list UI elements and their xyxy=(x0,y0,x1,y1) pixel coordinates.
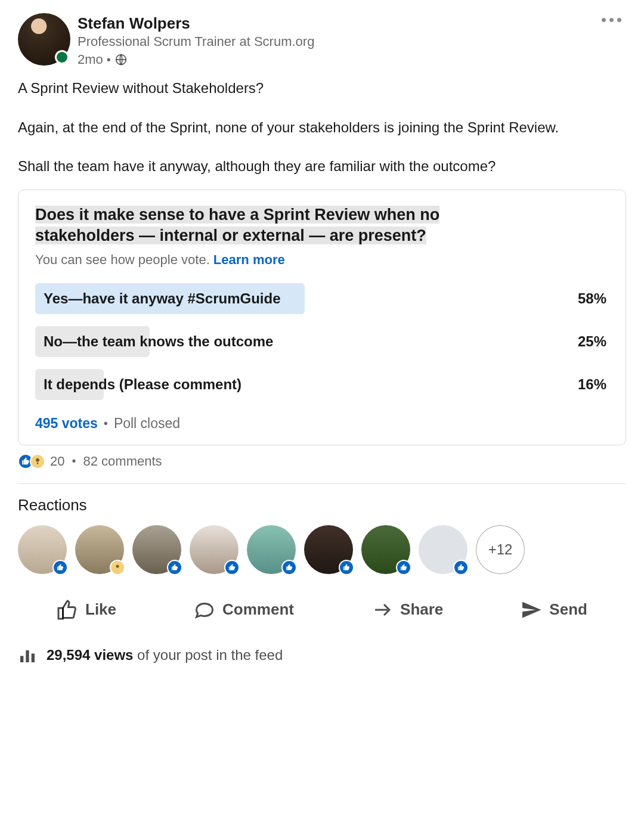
poll-question: Does it make sense to have a Sprint Revi… xyxy=(35,204,609,246)
poll-option-percent: 25% xyxy=(578,333,609,350)
globe-icon xyxy=(114,53,128,66)
poll-card: Does it make sense to have a Sprint Revi… xyxy=(18,190,626,445)
comment-label: Comment xyxy=(222,600,294,619)
analytics-text: 29,594 views of your post in the feed xyxy=(47,647,283,663)
post-body: A Sprint Review without Stakeholders? Ag… xyxy=(18,78,626,176)
like-icon xyxy=(167,560,182,575)
like-icon xyxy=(281,560,297,575)
post-paragraph: Again, at the end of the Sprint, none of… xyxy=(18,117,626,138)
view-suffix: of your post in the feed xyxy=(133,647,283,663)
reaction-count[interactable]: 20 xyxy=(50,454,64,469)
reactor-avatar[interactable] xyxy=(75,525,124,574)
send-label: Send xyxy=(549,600,587,619)
like-label: Like xyxy=(85,600,116,619)
post-menu-button[interactable] xyxy=(597,13,626,27)
post-card: Stefan Wolpers Professional Scrum Traine… xyxy=(0,0,644,683)
dot-separator: • xyxy=(104,417,108,430)
comment-count[interactable]: 82 comments xyxy=(83,454,162,469)
reactor-avatar[interactable] xyxy=(304,525,353,574)
author-avatar[interactable] xyxy=(18,13,70,66)
svg-rect-3 xyxy=(20,656,23,662)
reactor-list: +12 xyxy=(18,525,626,574)
author-headline: Professional Scrum Trainer at Scrum.org xyxy=(78,34,626,49)
divider xyxy=(18,483,626,484)
comment-button[interactable]: Comment xyxy=(185,594,302,625)
post-actions: Like Comment Share Send xyxy=(18,594,626,625)
insightful-icon xyxy=(110,560,125,575)
post-analytics[interactable]: 29,594 views of your post in the feed xyxy=(18,646,626,665)
poll-option-percent: 58% xyxy=(578,290,609,307)
svg-point-1 xyxy=(36,458,39,462)
like-button[interactable]: Like xyxy=(48,594,125,625)
like-icon xyxy=(396,560,411,575)
author-name[interactable]: Stefan Wolpers xyxy=(78,14,626,33)
poll-option-label: Yes—have it anyway #ScrumGuide xyxy=(35,290,578,307)
poll-question-line: Does it make sense to have a Sprint Revi… xyxy=(35,206,439,224)
poll-option-percent: 16% xyxy=(578,376,609,393)
thumbs-up-icon xyxy=(57,599,78,621)
like-icon xyxy=(52,560,68,575)
reactor-more-button[interactable]: +12 xyxy=(476,525,525,574)
view-count: 29,594 views xyxy=(47,647,133,663)
poll-option[interactable]: No—the team knows the outcome 25% xyxy=(35,326,609,357)
author-info: Stefan Wolpers Professional Scrum Traine… xyxy=(78,13,626,67)
reactor-avatar[interactable] xyxy=(132,525,181,574)
post-header: Stefan Wolpers Professional Scrum Traine… xyxy=(18,13,626,67)
dot-separator: • xyxy=(72,454,76,468)
like-icon xyxy=(224,560,240,575)
send-button[interactable]: Send xyxy=(512,594,596,625)
poll-vote-count[interactable]: 495 votes xyxy=(35,415,98,432)
poll-option[interactable]: It depends (Please comment) 16% xyxy=(35,369,609,400)
like-icon xyxy=(453,560,469,575)
dot-icon xyxy=(602,18,606,22)
share-label: Share xyxy=(400,600,443,619)
send-icon xyxy=(521,599,542,621)
poll-learn-more-link[interactable]: Learn more xyxy=(213,252,285,267)
poll-vote-visibility: You can see how people vote. xyxy=(35,252,213,267)
reactor-avatar[interactable] xyxy=(419,525,467,574)
poll-footer: 495 votes • Poll closed xyxy=(35,415,609,432)
poll-subtext: You can see how people vote. Learn more xyxy=(35,252,609,268)
post-paragraph: Shall the team have it anyway, although … xyxy=(18,156,626,176)
presence-indicator-icon xyxy=(55,50,69,64)
share-button[interactable]: Share xyxy=(363,594,451,625)
poll-status: Poll closed xyxy=(114,415,180,432)
svg-point-2 xyxy=(116,565,119,568)
post-paragraph: A Sprint Review without Stakeholders? xyxy=(18,78,626,98)
poll-question-line: stakeholders — internal or external — ar… xyxy=(35,227,426,244)
bar-chart-icon xyxy=(18,646,37,665)
poll-options: Yes—have it anyway #ScrumGuide 58% No—th… xyxy=(35,283,609,400)
poll-option[interactable]: Yes—have it anyway #ScrumGuide 58% xyxy=(35,283,609,314)
poll-option-label: It depends (Please comment) xyxy=(35,376,578,393)
dot-icon xyxy=(617,18,621,22)
comment-icon xyxy=(194,599,215,621)
dot-separator: • xyxy=(107,53,111,67)
svg-rect-4 xyxy=(26,650,29,662)
svg-rect-5 xyxy=(32,653,35,662)
reactor-avatar[interactable] xyxy=(247,525,296,574)
reactor-avatar[interactable] xyxy=(190,525,239,574)
reactor-avatar[interactable] xyxy=(18,525,67,574)
post-time: 2mo xyxy=(78,52,103,67)
like-icon xyxy=(339,560,354,575)
social-counts: 20 • 82 comments xyxy=(18,454,626,469)
share-icon xyxy=(371,599,393,621)
dot-icon xyxy=(609,18,614,22)
insightful-icon xyxy=(30,454,45,469)
poll-option-label: No—the team knows the outcome xyxy=(35,333,578,350)
reactions-heading: Reactions xyxy=(18,496,626,514)
post-meta: 2mo • xyxy=(78,52,626,67)
reactor-avatar[interactable] xyxy=(361,525,410,574)
reaction-icons[interactable] xyxy=(18,454,45,469)
